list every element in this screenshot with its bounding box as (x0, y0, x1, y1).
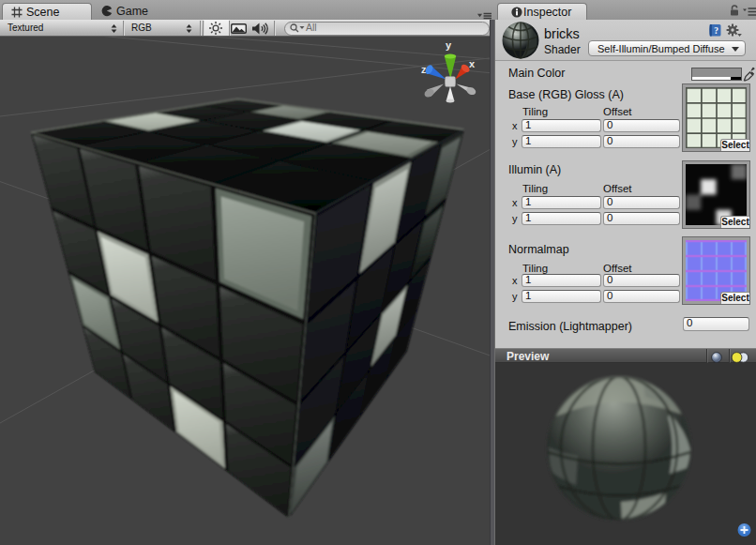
svg-text:?: ? (714, 26, 718, 36)
svg-text:x: x (469, 58, 476, 69)
svg-text:y: y (446, 39, 452, 51)
